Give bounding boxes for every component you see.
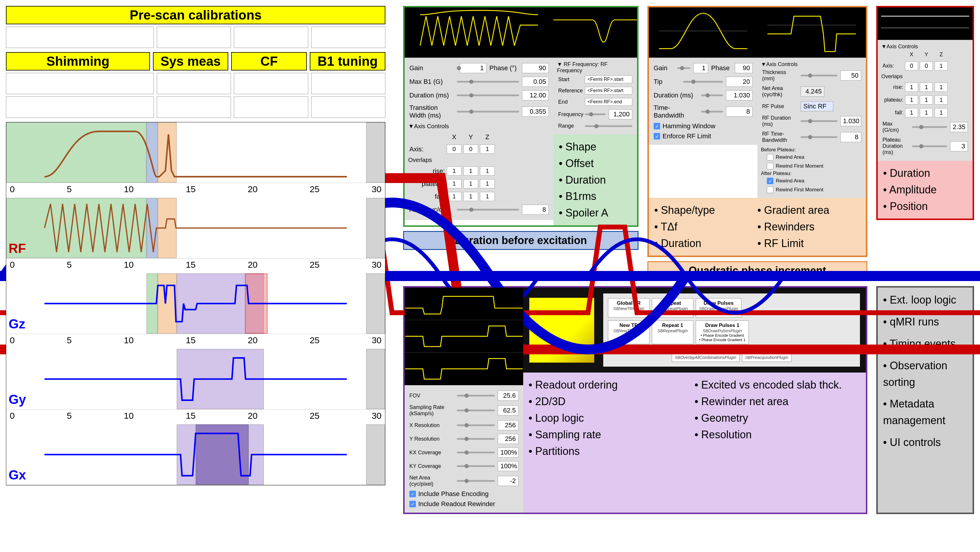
gz-label: Gz bbox=[9, 317, 25, 332]
rf-label: RF bbox=[9, 241, 26, 256]
gy-label: Gy bbox=[9, 392, 26, 407]
transw-slider[interactable] bbox=[457, 111, 519, 113]
sequence-diagram: 051015202530 RF 051015202530 Gz bbox=[6, 122, 385, 485]
mini-plot bbox=[311, 97, 385, 118]
gx-label: Gx bbox=[9, 468, 26, 482]
duration-slider[interactable] bbox=[457, 94, 519, 96]
area-slider[interactable] bbox=[457, 209, 519, 211]
maxb1-slider[interactable] bbox=[457, 81, 519, 82]
sequence-overview: Pre-scan calibrations Shimming Sys meas … bbox=[6, 6, 385, 514]
